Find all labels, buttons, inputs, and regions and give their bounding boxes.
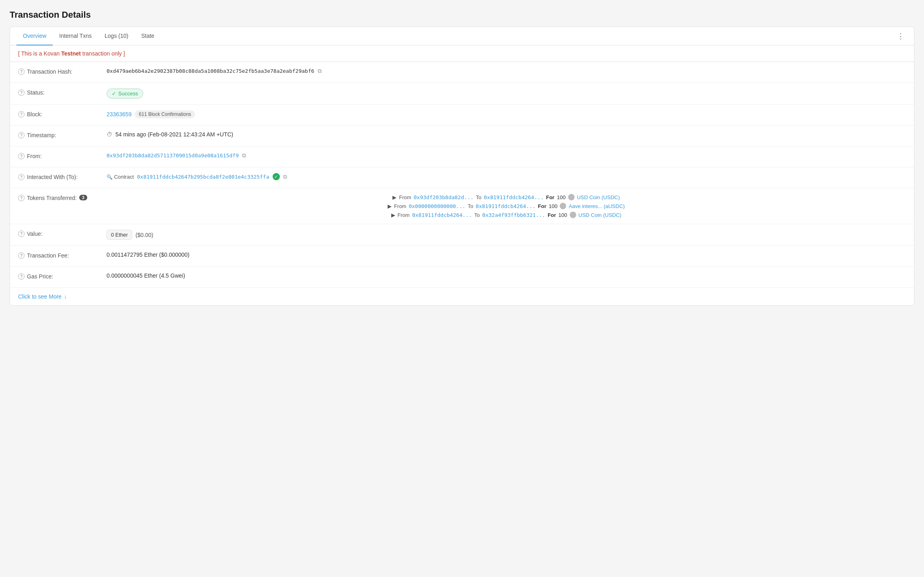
value-label: ? Value: bbox=[18, 230, 107, 237]
status-row: ? Status: ✓ Success bbox=[10, 83, 914, 105]
clock-icon: ⏱ bbox=[107, 131, 112, 138]
tx-hash-copy-icon[interactable]: ⧉ bbox=[318, 68, 322, 74]
token-to-link-3[interactable]: 0x32a4f93ffbb6321... bbox=[482, 212, 545, 218]
value-amount-box: 0 Ether bbox=[107, 230, 132, 240]
confirmations-badge: 611 Block Confirmations bbox=[135, 110, 195, 118]
click-more-label: Click to see More bbox=[18, 293, 62, 300]
status-label: ? Status: bbox=[18, 89, 107, 96]
token-to-label-3: To bbox=[474, 212, 480, 218]
token-arrow-icon-2: ▶ bbox=[388, 203, 392, 209]
value-value-col: 0 Ether ($0.00) bbox=[107, 230, 906, 240]
token-from-label-2: From bbox=[394, 203, 406, 209]
tx-hash-label: ? Transaction Hash: bbox=[18, 68, 107, 75]
token-from-label-1: From bbox=[399, 194, 411, 200]
status-text: Success bbox=[118, 91, 138, 97]
block-number-link[interactable]: 23363659 bbox=[107, 111, 131, 117]
token-arrow-icon-3: ▶ bbox=[391, 212, 395, 218]
tx-hash-value-col: 0xd479aeb6b4a2e2902387b08c88da5a1008ba32… bbox=[107, 68, 906, 74]
block-value-col: 23363659 611 Block Confirmations bbox=[107, 110, 906, 118]
status-help-icon[interactable]: ? bbox=[18, 89, 25, 96]
from-help-icon[interactable]: ? bbox=[18, 153, 25, 159]
block-label: ? Block: bbox=[18, 110, 107, 117]
token-for-label-1: For bbox=[546, 194, 554, 200]
tx-fee-row: ? Transaction Fee: 0.0011472795 Ether ($… bbox=[10, 246, 914, 267]
gas-price-help-icon[interactable]: ? bbox=[18, 273, 25, 280]
dots-icon: ⋮ bbox=[897, 32, 904, 40]
from-copy-icon[interactable]: ⧉ bbox=[242, 152, 246, 159]
tabs-more-button[interactable]: ⋮ bbox=[894, 30, 908, 42]
tabs-bar: Overview Internal Txns Logs (10) State ⋮ bbox=[10, 27, 914, 45]
token-row-3: ▶ From 0x81911fddcb4264... To 0x32a4f93f… bbox=[391, 212, 622, 218]
from-value-col: 0x93df203b8da82d57113709015d0a9e08a1615d… bbox=[107, 152, 906, 159]
tx-fee-value: 0.0011472795 Ether ($0.000000) bbox=[107, 251, 189, 258]
token-to-link-1[interactable]: 0x81911fddcb4264... bbox=[484, 194, 544, 200]
timestamp-row: ? Timestamp: ⏱ 54 mins ago (Feb-08-2021 … bbox=[10, 126, 914, 146]
tx-hash-row: ? Transaction Hash: 0xd479aeb6b4a2e29023… bbox=[10, 62, 914, 83]
tab-internal-txns[interactable]: Internal Txns bbox=[53, 27, 98, 45]
token-to-link-2[interactable]: 0x81911fddcb4264... bbox=[476, 203, 536, 209]
token-from-link-3[interactable]: 0x81911fddcb4264... bbox=[412, 212, 472, 218]
status-value-col: ✓ Success bbox=[107, 89, 906, 99]
token-row-2: ▶ From 0x0000000000000... To 0x81911fddc… bbox=[388, 203, 625, 209]
contract-verified-icon: ✓ bbox=[273, 173, 280, 180]
gas-price-row: ? Gas Price: 0.0000000045 Ether (4.5 Gwe… bbox=[10, 267, 914, 288]
status-badge: ✓ Success bbox=[107, 89, 143, 99]
timestamp-value-col: ⏱ 54 mins ago (Feb-08-2021 12:43:24 AM +… bbox=[107, 131, 906, 138]
tab-overview[interactable]: Overview bbox=[16, 27, 53, 45]
token-name-link-3[interactable]: USD Coin (USDC) bbox=[579, 212, 622, 218]
value-help-icon[interactable]: ? bbox=[18, 231, 25, 237]
tx-fee-help-icon[interactable]: ? bbox=[18, 252, 25, 259]
timestamp-label: ? Timestamp: bbox=[18, 131, 107, 138]
token-for-label-3: For bbox=[548, 212, 556, 218]
tx-hash-value: 0xd479aeb6b4a2e2902387b08c88da5a1008ba32… bbox=[107, 68, 314, 74]
token-to-label-1: To bbox=[476, 194, 482, 200]
contract-copy-icon[interactable]: ⧉ bbox=[283, 173, 287, 180]
interacted-help-icon[interactable]: ? bbox=[18, 174, 25, 180]
token-amount-1: 100 bbox=[557, 194, 566, 200]
tokens-label: ? Tokens Transferred: 3 bbox=[18, 194, 107, 201]
token-to-label-2: To bbox=[468, 203, 473, 209]
chevron-down-icon: ↓ bbox=[64, 293, 67, 300]
contract-address-link[interactable]: 0x81911fddcb42647b295bcda8f2e801e4c3325f… bbox=[137, 174, 269, 180]
from-row: ? From: 0x93df203b8da82d57113709015d0a9e… bbox=[10, 146, 914, 167]
token-name-link-2[interactable]: Aave interes... (aUSDC) bbox=[569, 203, 624, 209]
page-title: Transaction Details bbox=[10, 10, 914, 20]
search-contract-icon: 🔍 bbox=[107, 174, 113, 180]
token-from-link-2[interactable]: 0x0000000000000... bbox=[409, 203, 465, 209]
token-from-label-3: From bbox=[398, 212, 410, 218]
click-to-see-more-button[interactable]: Click to see More ↓ bbox=[10, 288, 914, 305]
transaction-details-card: Overview Internal Txns Logs (10) State ⋮… bbox=[10, 27, 914, 306]
token-row-1: ▶ From 0x93df203b8da82d... To 0x81911fdd… bbox=[392, 194, 620, 200]
from-address-link[interactable]: 0x93df203b8da82d57113709015d0a9e08a1615d… bbox=[107, 152, 239, 159]
block-help-icon[interactable]: ? bbox=[18, 111, 25, 117]
tokens-value-col: ▶ From 0x93df203b8da82d... To 0x81911fdd… bbox=[107, 194, 906, 218]
tx-fee-value-col: 0.0011472795 Ether ($0.000000) bbox=[107, 251, 906, 258]
gas-price-value: 0.0000000045 Ether (4.5 Gwei) bbox=[107, 272, 185, 279]
tokens-row: ? Tokens Transferred: 3 ▶ From 0x93df203… bbox=[10, 188, 914, 224]
timestamp-help-icon[interactable]: ? bbox=[18, 132, 25, 138]
tx-hash-help-icon[interactable]: ? bbox=[18, 68, 25, 75]
from-label: ? From: bbox=[18, 152, 107, 159]
tokens-help-icon[interactable]: ? bbox=[18, 195, 25, 201]
tx-fee-label: ? Transaction Fee: bbox=[18, 251, 107, 259]
token-from-link-1[interactable]: 0x93df203b8da82d... bbox=[414, 194, 474, 200]
interacted-value-col: 🔍 Contract 0x81911fddcb42647b295bcda8f2e… bbox=[107, 173, 906, 180]
token-icon-1 bbox=[568, 194, 575, 200]
gas-price-label: ? Gas Price: bbox=[18, 272, 107, 280]
block-row: ? Block: 23363659 611 Block Confirmation… bbox=[10, 105, 914, 126]
token-name-link-1[interactable]: USD Coin (USDC) bbox=[577, 194, 620, 200]
tab-state[interactable]: State bbox=[135, 27, 161, 45]
tab-logs[interactable]: Logs (10) bbox=[98, 27, 135, 45]
value-usd: ($0.00) bbox=[136, 232, 153, 238]
success-check-icon: ✓ bbox=[112, 91, 116, 97]
interacted-row: ? Interacted With (To): 🔍 Contract 0x819… bbox=[10, 167, 914, 188]
timestamp-value: 54 mins ago (Feb-08-2021 12:43:24 AM +UT… bbox=[115, 131, 233, 138]
tokens-count-badge: 3 bbox=[79, 195, 87, 200]
value-row: ? Value: 0 Ether ($0.00) bbox=[10, 224, 914, 246]
token-icon-3 bbox=[570, 212, 576, 218]
contract-label: 🔍 Contract bbox=[107, 174, 134, 180]
kovan-notice: [ This is a Kovan Testnet transaction on… bbox=[10, 45, 914, 62]
token-for-label-2: For bbox=[538, 203, 546, 209]
token-amount-2: 100 bbox=[549, 203, 558, 209]
interacted-label: ? Interacted With (To): bbox=[18, 173, 107, 180]
